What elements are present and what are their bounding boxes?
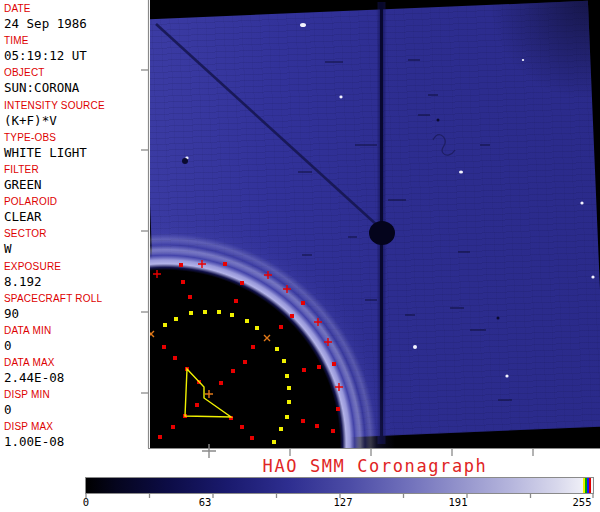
diagonal-wire-shadow bbox=[156, 24, 378, 226]
metadata-label: DATA MIN bbox=[4, 325, 148, 337]
metadata-label: SPACECRAFT ROLL bbox=[4, 293, 148, 305]
metadata-label: EXPOSURE bbox=[4, 261, 148, 273]
metadata-value: 0 bbox=[4, 337, 148, 354]
metadata-entry-disp-min: DISP MIN0 bbox=[0, 389, 148, 421]
metadata-label: INTENSITY SOURCE bbox=[4, 100, 148, 112]
metadata-value: 0 bbox=[4, 401, 148, 418]
occulting-disk bbox=[150, 215, 395, 448]
metadata-value: 1.00E-08 bbox=[4, 433, 148, 450]
app-window: DATE24 Sep 1986TIME05:19:12 UTOBJECTSUN:… bbox=[0, 0, 600, 512]
metadata-label: DATA MAX bbox=[4, 357, 148, 369]
metadata-value: WHITE LIGHT bbox=[4, 144, 148, 161]
metadata-value: W bbox=[4, 240, 148, 257]
metadata-value: (K+F)*V bbox=[4, 112, 148, 129]
metadata-entry-data-max: DATA MAX2.44E-08 bbox=[0, 357, 148, 389]
metadata-entry-disp-max: DISP MAX1.00E-08 bbox=[0, 421, 148, 453]
metadata-label: OBJECT bbox=[4, 67, 148, 79]
image-markers bbox=[150, 0, 600, 448]
metadata-entry-type-obs: TYPE-OBSWHITE LIGHT bbox=[0, 132, 148, 164]
metadata-label: TIME bbox=[4, 35, 148, 47]
metadata-value: 24 Sep 1986 bbox=[4, 15, 148, 32]
metadata-entry-object: OBJECTSUN:CORONA bbox=[0, 67, 148, 99]
intensity-colorbar bbox=[85, 477, 594, 494]
metadata-value: 8.192 bbox=[4, 273, 148, 290]
metadata-label: SECTOR bbox=[4, 228, 148, 240]
colorbar-stripe-red bbox=[589, 478, 591, 493]
colorbar-label-191: 191 bbox=[449, 496, 468, 508]
metadata-entry-time: TIME05:19:12 UT bbox=[0, 35, 148, 67]
colorbar-label-63: 63 bbox=[199, 496, 212, 508]
metadata-label: DISP MIN bbox=[4, 389, 148, 401]
coronagraph-viewport bbox=[150, 0, 600, 448]
metadata-entry-polaroid: POLAROIDCLEAR bbox=[0, 196, 148, 228]
metadata-value: 2.44E-08 bbox=[4, 369, 148, 386]
metadata-label: POLAROID bbox=[4, 196, 148, 208]
metadata-label: FILTER bbox=[4, 164, 148, 176]
metadata-value: CLEAR bbox=[4, 208, 148, 225]
metadata-entry-filter: FILTERGREEN bbox=[0, 164, 148, 196]
metadata-entry-data-min: DATA MIN0 bbox=[0, 325, 148, 357]
metadata-entry-intensity-source: INTENSITY SOURCE(K+F)*V bbox=[0, 100, 148, 132]
image-caption: HAO SMM Coronagraph bbox=[150, 456, 600, 476]
metadata-label: DISP MAX bbox=[4, 421, 148, 433]
metadata-value: 05:19:12 UT bbox=[4, 47, 148, 64]
colorbar-label-255: 255 bbox=[573, 496, 592, 508]
metadata-sidebar: DATE24 Sep 1986TIME05:19:12 UTOBJECTSUN:… bbox=[0, 0, 148, 450]
metadata-label: TYPE-OBS bbox=[4, 132, 148, 144]
metadata-value: 90 bbox=[4, 305, 148, 322]
colorbar-label-127: 127 bbox=[334, 496, 353, 508]
metadata-entry-date: DATE24 Sep 1986 bbox=[0, 3, 148, 35]
metadata-entry-spacecraft-roll: SPACECRAFT ROLL90 bbox=[0, 293, 148, 325]
metadata-entry-sector: SECTORW bbox=[0, 228, 148, 260]
occulter-blob bbox=[369, 221, 395, 245]
colorbar-label-0: 0 bbox=[83, 496, 89, 508]
metadata-value: SUN:CORONA bbox=[4, 79, 148, 96]
metadata-label: DATE bbox=[4, 3, 148, 15]
metadata-value: GREEN bbox=[4, 176, 148, 193]
metadata-entry-exposure: EXPOSURE8.192 bbox=[0, 261, 148, 293]
film-squiggle-defect bbox=[433, 135, 455, 155]
